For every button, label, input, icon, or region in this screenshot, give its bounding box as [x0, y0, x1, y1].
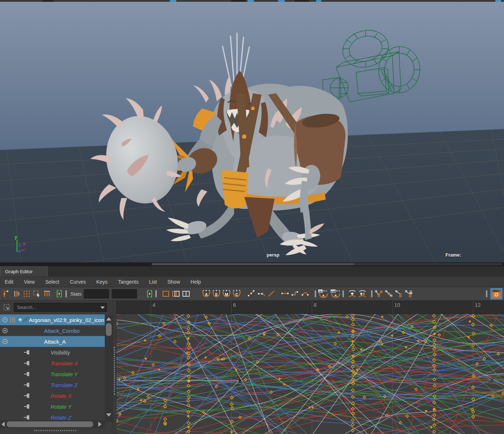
panel-tab-bar: Graph Editor [0, 266, 504, 277]
absolute-view-button[interactable] [161, 289, 171, 299]
expand-icon[interactable] [2, 327, 8, 335]
scrollbar-thumb[interactable] [7, 421, 93, 427]
lock-tangent-weight-button[interactable] [404, 289, 414, 299]
stacked-view-button[interactable] [171, 289, 181, 299]
out-tangent-auto-button[interactable]: outA [329, 289, 342, 299]
region-select-keys-tool-button[interactable] [32, 289, 42, 299]
tangent-clamped-button[interactable] [256, 289, 266, 299]
menu-tangents[interactable]: Tangents [118, 279, 139, 285]
attribute-row[interactable]: Rotate Y [0, 401, 105, 412]
attribute-row[interactable]: Visibility [0, 347, 105, 358]
tangent-linear-button[interactable] [266, 289, 276, 299]
buffer-curve-snapshot-button[interactable] [347, 289, 357, 299]
menu-help[interactable]: Help [190, 279, 201, 285]
scroll-down-button[interactable] [105, 411, 113, 418]
scroll-right-button[interactable] [97, 422, 103, 427]
svg-text:C: C [235, 293, 238, 297]
menu-view[interactable]: View [24, 279, 35, 285]
tree-node-row[interactable]: Attack_A [0, 336, 105, 347]
panel-splitter[interactable] [113, 301, 116, 434]
clipped-toolbar-icon[interactable] [503, 289, 504, 299]
retime-tool-button[interactable] [42, 289, 52, 299]
outliner-tree: Argonian_v02:lt_pinky_02_icon Attack_Com… [0, 314, 105, 422]
pin-icon[interactable] [23, 370, 31, 378]
stats-value-input[interactable] [112, 289, 137, 298]
tangent-plateau-button[interactable] [300, 289, 310, 299]
insert-keys-tool-button[interactable] [12, 289, 22, 299]
menu-keys[interactable]: Keys [96, 279, 108, 285]
menu-edit[interactable]: Edit [5, 279, 13, 285]
auto-load-graph-editor-toggle[interactable] [490, 288, 503, 300]
tangent-spline-button[interactable] [246, 289, 256, 299]
scrollbar-thumb[interactable] [106, 323, 112, 336]
viewport-panel[interactable]: y z x persp Frame: [0, 0, 504, 266]
camera-name-label: persp [267, 252, 279, 258]
pin-icon[interactable] [23, 392, 31, 400]
pin-icon[interactable] [23, 403, 31, 411]
toolbar-handle[interactable] [64, 289, 68, 298]
toolbar-handle[interactable] [370, 289, 374, 298]
svg-text:out: out [331, 290, 336, 293]
attribute-label: Visibility [51, 349, 70, 356]
tangent-auto-button[interactable]: A [201, 289, 211, 299]
search-input[interactable] [14, 303, 107, 312]
scroll-left-button[interactable] [0, 422, 6, 427]
attribute-label: Rotate Y [51, 404, 72, 410]
lattice-deform-keys-tool-button[interactable] [22, 289, 32, 299]
collapse-icon[interactable] [2, 338, 8, 345]
toolbar-handle[interactable] [155, 289, 158, 298]
toolbar-handle[interactable] [342, 289, 345, 298]
move-keys-tool-button[interactable] [1, 289, 12, 299]
tree-horizontal-scrollbar[interactable] [0, 420, 105, 428]
time-slider-strip[interactable] [0, 262, 504, 266]
tangent-flat-button[interactable] [280, 289, 290, 299]
channel-outliner: Argonian_v02:lt_pinky_02_icon Attack_Com… [0, 301, 113, 434]
pin-icon[interactable] [23, 359, 31, 367]
menu-curves[interactable]: Curves [70, 279, 86, 285]
scroll-up-button[interactable] [105, 315, 113, 322]
tangent-step-button[interactable] [290, 289, 300, 299]
menu-list[interactable]: List [149, 279, 157, 285]
tangent-auto-custom-button[interactable]: C [232, 289, 242, 299]
svg-text:E: E [215, 293, 217, 297]
frame-playback-range-button[interactable] [54, 289, 64, 299]
normalized-view-button[interactable] [181, 289, 191, 299]
search-dropdown-arrow-icon[interactable] [100, 306, 105, 309]
node-label: Argonian_v02:lt_pinky_02_icon [29, 317, 104, 323]
attribute-row[interactable]: Translate X [0, 358, 105, 369]
node-label: Attack_A [44, 339, 66, 345]
menu-show[interactable]: Show [167, 279, 180, 285]
toolbar-handle[interactable] [314, 289, 317, 298]
search-row [0, 301, 113, 314]
pin-icon[interactable] [23, 381, 31, 389]
tree-node-row[interactable]: Attack_Combo [0, 325, 105, 336]
attribute-row[interactable]: Rotate X [0, 390, 105, 401]
collapse-icon[interactable] [2, 316, 8, 324]
toolbar-handle[interactable] [485, 289, 488, 298]
tab-graph-editor[interactable]: Graph Editor [0, 266, 48, 276]
filter-keys-icon[interactable] [3, 304, 12, 312]
swap-buffer-curve-button[interactable] [357, 289, 367, 299]
expand-box-icon[interactable] [10, 316, 16, 324]
stats-time-input[interactable] [84, 289, 109, 298]
attribute-row[interactable]: Translate Z [0, 379, 105, 390]
frame-all-button[interactable] [145, 289, 155, 299]
unify-tangents-button[interactable] [384, 289, 394, 299]
axis-x-label: x [23, 241, 26, 246]
svg-text:A: A [322, 293, 324, 297]
tree-vertical-scrollbar[interactable] [105, 315, 113, 422]
curve-graph-canvas[interactable] [116, 301, 504, 434]
axis-z-label: z [19, 242, 21, 248]
svg-text:M: M [225, 293, 228, 297]
curve-graph-area[interactable]: 4681012 [116, 301, 504, 434]
in-tangent-auto-button[interactable]: inA [317, 289, 329, 299]
free-tangent-weight-button[interactable] [394, 289, 404, 299]
tree-node-row[interactable]: Argonian_v02:lt_pinky_02_icon [0, 314, 105, 325]
break-tangents-button[interactable] [374, 289, 384, 299]
menu-select[interactable]: Select [45, 279, 59, 285]
tangent-auto-mix-button[interactable]: M [221, 289, 232, 299]
pin-icon[interactable] [23, 348, 31, 356]
attribute-row[interactable]: Translate Y [0, 369, 105, 379]
tangent-auto-ease-button[interactable]: E [211, 289, 221, 299]
panel-resize-handle[interactable] [34, 430, 76, 433]
